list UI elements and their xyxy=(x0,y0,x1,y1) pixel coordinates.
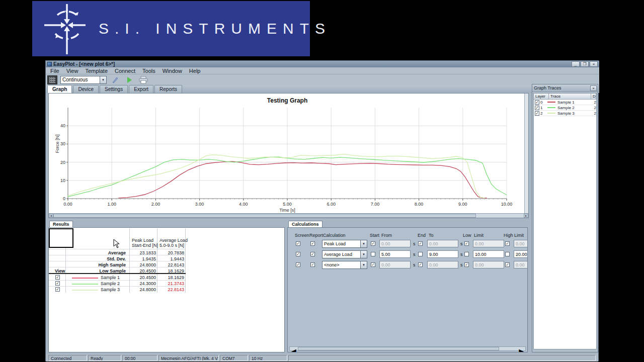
menu-help[interactable]: Help xyxy=(186,68,204,74)
mode-combobox[interactable]: Continuous ▼ xyxy=(60,76,107,84)
calc1-calculation-select[interactable]: Peak Load ▼ xyxy=(322,240,367,248)
app-icon xyxy=(47,62,52,66)
calc2-low-checkbox[interactable] xyxy=(464,252,469,256)
tab-results[interactable]: Results xyxy=(49,221,73,227)
calc3-from-field[interactable]: 0.00 xyxy=(379,261,411,268)
calc2-from-field[interactable]: 5.00 xyxy=(379,250,411,258)
close-icon[interactable]: × xyxy=(590,85,597,91)
print-icon xyxy=(139,76,148,84)
tab-device[interactable]: Device xyxy=(73,85,99,93)
calc3-value: <none> xyxy=(323,262,360,267)
col-extra[interactable]: D xyxy=(591,94,596,100)
calc1-screen-checkbox[interactable]: ✓ xyxy=(296,241,300,246)
calc2-end-checkbox[interactable] xyxy=(418,252,423,256)
chevron-down-icon[interactable]: ▼ xyxy=(360,261,367,268)
sample1-visible-checkbox[interactable]: ✓ xyxy=(55,275,60,280)
graph-horizontal-scrollbar[interactable]: ◄ ► xyxy=(49,213,528,218)
graph-vertical-scrollbar[interactable] xyxy=(524,94,528,214)
seconds-label: s xyxy=(413,252,416,257)
tab-calculations[interactable]: Calculations xyxy=(288,221,323,227)
sample-avg: 21.3743 xyxy=(155,281,184,286)
tab-export[interactable]: Export xyxy=(129,85,153,93)
screen: S.I. INSTRUMENTS EasyPlot - [<new plot 6… xyxy=(0,0,644,362)
scrollbar-thumb[interactable] xyxy=(53,214,476,218)
sample-peak: 20.4500 xyxy=(127,275,156,280)
calc1-to-field[interactable]: 0.00 xyxy=(427,240,458,247)
start-test-button[interactable] xyxy=(124,75,135,84)
minimize-button[interactable]: _ xyxy=(572,61,580,67)
calc1-from-field[interactable]: 0.00 xyxy=(379,240,411,247)
calc3-to-field[interactable]: 0.00 xyxy=(427,261,458,268)
calc3-report-checkbox[interactable]: ✓ xyxy=(310,262,315,267)
calc3-end-checkbox[interactable]: ✓ xyxy=(418,262,423,267)
edit-pen-button[interactable] xyxy=(110,75,121,84)
scrollbar-thumb[interactable] xyxy=(298,347,499,350)
calc3-calculation-select[interactable]: <none> ▼ xyxy=(322,261,367,269)
col-trace[interactable]: Trace xyxy=(549,94,591,100)
calc1-end-checkbox[interactable]: ✓ xyxy=(418,241,423,246)
sample3-visible-checkbox[interactable]: ✓ xyxy=(55,287,60,292)
calc2-screen-checkbox[interactable]: ✓ xyxy=(296,252,300,256)
sample2-visible-checkbox[interactable]: ✓ xyxy=(55,281,60,286)
calc1-report-checkbox[interactable]: ✓ xyxy=(310,241,315,246)
calc2-high-checkbox[interactable] xyxy=(505,252,510,256)
chevron-down-icon[interactable]: ▼ xyxy=(360,240,367,247)
scroll-left-icon[interactable]: ◄ xyxy=(290,347,298,350)
selection-box[interactable] xyxy=(49,228,73,248)
menu-file[interactable]: File xyxy=(47,68,63,74)
calc2-high-limit-field[interactable]: 20.00 xyxy=(514,250,528,258)
svg-text:40: 40 xyxy=(60,123,65,128)
calculations-horizontal-scrollbar[interactable]: ◄ ► xyxy=(289,346,526,351)
tab-reports[interactable]: Reports xyxy=(154,85,182,93)
tab-settings[interactable]: Settings xyxy=(100,85,128,93)
sample-name: Sample 3 xyxy=(101,287,120,292)
trace2-checkbox[interactable]: ✓ xyxy=(535,106,539,110)
title-bar[interactable]: EasyPlot - [<new plot 6>*] _ ❐ × xyxy=(46,61,599,67)
sample-name: Sample 2 xyxy=(101,281,120,286)
sample-name: Sample 1 xyxy=(101,275,120,280)
calc3-high-limit-field[interactable]: 0.00 xyxy=(514,261,528,268)
close-button[interactable]: × xyxy=(590,61,598,67)
calc1-start-checkbox[interactable]: ✓ xyxy=(371,241,375,246)
calc2-start-checkbox[interactable] xyxy=(371,252,375,256)
scroll-right-icon[interactable]: ► xyxy=(524,214,528,218)
calc1-low-limit-field[interactable]: 0.00 xyxy=(473,240,504,247)
grid-view-button[interactable] xyxy=(47,75,57,84)
trace3-checkbox[interactable]: ✓ xyxy=(535,111,539,116)
scroll-right-icon[interactable]: ► xyxy=(517,347,525,350)
trace-layer: 2 xyxy=(540,111,546,116)
status-bar: Connected Ready 00:00 Mecmesin AFG/AFTI … xyxy=(46,354,598,361)
menu-view[interactable]: View xyxy=(63,68,82,74)
calc1-high-limit-field[interactable]: 0.00 xyxy=(514,240,528,247)
calc3-low-checkbox[interactable]: ✓ xyxy=(464,262,469,267)
calc3-screen-checkbox[interactable]: ✓ xyxy=(296,262,300,267)
calc2-to-field[interactable]: 9.00 xyxy=(427,250,458,258)
chevron-down-icon[interactable]: ▼ xyxy=(100,76,106,83)
calc2-report-checkbox[interactable]: ✓ xyxy=(310,252,315,256)
trace3-color-line xyxy=(547,113,555,114)
restore-button[interactable]: ❐ xyxy=(581,61,589,67)
calc1-high-checkbox[interactable]: ✓ xyxy=(505,241,510,246)
calc3-start-checkbox[interactable]: ✓ xyxy=(371,262,375,267)
menu-template[interactable]: Template xyxy=(82,68,111,74)
view-label: View xyxy=(55,268,65,274)
trace-row[interactable]: ✓ 2 Sample 3 2 xyxy=(534,111,596,116)
trace1-checkbox[interactable]: ✓ xyxy=(535,100,539,105)
menu-window[interactable]: Window xyxy=(159,68,186,74)
scroll-left-icon[interactable]: ◄ xyxy=(49,214,53,218)
menu-tools[interactable]: Tools xyxy=(139,68,159,74)
force-time-chart[interactable]: 0.001.002.003.004.005.006.007.008.009.00… xyxy=(49,94,525,214)
calc1-low-checkbox[interactable]: ✓ xyxy=(464,241,469,246)
seconds-label: s xyxy=(460,262,463,267)
calc3-high-checkbox[interactable]: ✓ xyxy=(505,262,510,267)
tab-graph[interactable]: Graph xyxy=(47,85,72,93)
calc2-low-limit-field[interactable]: 10.00 xyxy=(473,250,504,258)
calc3-low-limit-field[interactable]: 0.00 xyxy=(473,261,504,268)
print-button[interactable] xyxy=(138,75,149,84)
trace-row[interactable]: ✓ 0 Sample 1 2 xyxy=(534,100,596,105)
trace-row[interactable]: ✓ 1 Sample 2 2 xyxy=(534,105,596,111)
menu-connect[interactable]: Connect xyxy=(111,68,139,74)
col-layer[interactable]: Layer xyxy=(534,94,549,100)
chevron-down-icon[interactable]: ▼ xyxy=(360,251,367,258)
calc2-calculation-select[interactable]: Average Load ▼ xyxy=(322,250,367,258)
